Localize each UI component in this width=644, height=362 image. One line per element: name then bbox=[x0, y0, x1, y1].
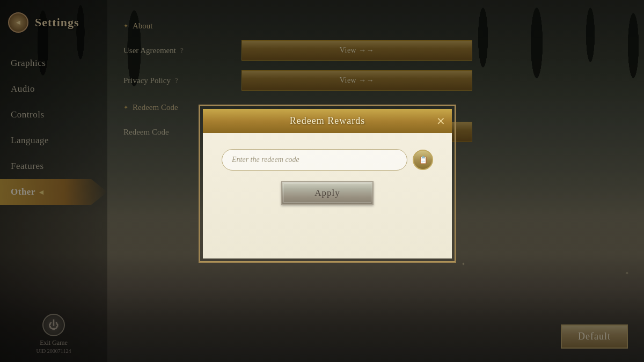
modal-inner: Redeem Rewards ✕ Apply bbox=[203, 109, 452, 258]
modal-title: Redeem Rewards bbox=[290, 115, 365, 127]
code-input-row bbox=[222, 149, 433, 171]
modal-overlay: Redeem Rewards ✕ Apply bbox=[0, 0, 644, 362]
modal-header: Redeem Rewards ✕ bbox=[203, 109, 452, 133]
modal-close-button[interactable]: ✕ bbox=[436, 116, 445, 127]
redeem-code-input[interactable] bbox=[222, 149, 407, 171]
apply-button[interactable]: Apply bbox=[281, 181, 374, 205]
modal-body: Apply bbox=[203, 133, 452, 216]
redeem-modal: Redeem Rewards ✕ Apply bbox=[199, 105, 456, 263]
clipboard-button[interactable] bbox=[413, 150, 433, 170]
